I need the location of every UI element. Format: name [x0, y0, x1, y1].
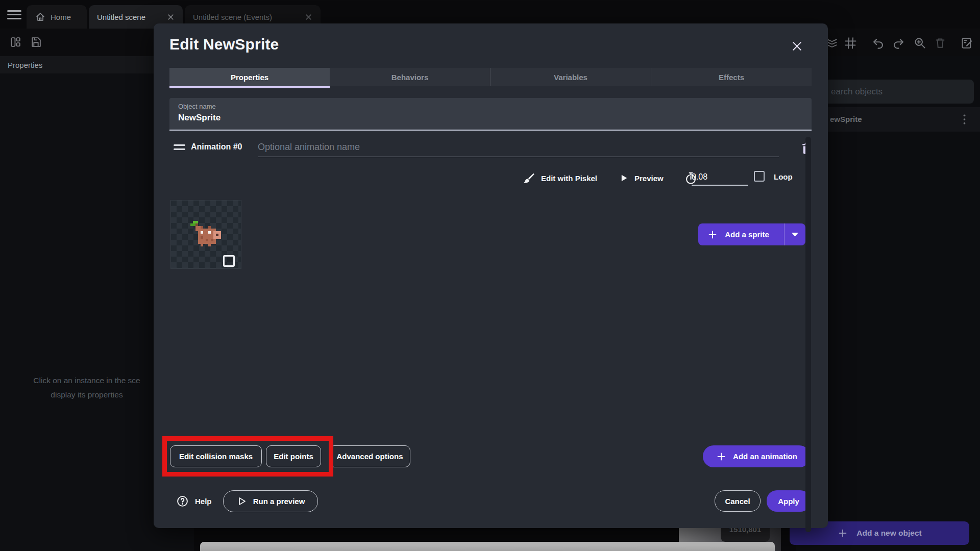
object-name-field[interactable]: Object name	[169, 98, 812, 131]
chevron-down-icon	[791, 232, 799, 237]
animation-label: Animation #0	[191, 142, 242, 152]
plus-icon	[707, 229, 718, 240]
edit-with-piskel-button[interactable]: Edit with Piskel	[522, 168, 597, 188]
object-name-label: ewSprite	[830, 115, 862, 123]
app-window: Home Untitled scene Untitled scene (Even…	[0, 0, 980, 551]
grid-icon[interactable]	[843, 36, 857, 50]
properties-panel-title: Properties	[8, 61, 42, 69]
tab-home[interactable]: Home	[27, 5, 87, 29]
run-preview-button[interactable]: Run a preview	[223, 490, 318, 512]
help-icon	[176, 495, 189, 508]
edit-collision-masks-button[interactable]: Edit collision masks	[170, 445, 262, 467]
home-icon	[35, 11, 46, 22]
close-tab-icon[interactable]	[305, 13, 312, 21]
preview-button[interactable]: Preview	[619, 168, 664, 188]
tab-untitled-scene-label: Untitled scene	[97, 13, 145, 21]
object-name-field-label: Object name	[178, 103, 803, 110]
loop-label: Loop	[774, 172, 793, 181]
edit-object-dialog: Edit NewSprite Properties Behaviors Vari…	[154, 23, 828, 528]
tab-behaviors[interactable]: Behaviors	[330, 68, 490, 86]
animation-row: Animation #0	[169, 138, 812, 160]
undo-icon[interactable]	[871, 36, 885, 50]
play-icon	[619, 173, 629, 183]
dialog-title: Edit NewSprite	[169, 36, 279, 53]
plus-icon	[716, 451, 727, 462]
add-sprite-button[interactable]: Add a sprite	[698, 223, 805, 245]
properties-empty-state: Click on an instance in the sce display …	[0, 373, 174, 402]
loop-checkbox[interactable]	[754, 171, 765, 182]
kebab-menu-icon[interactable]	[960, 114, 969, 125]
sprite-select-checkbox[interactable]	[223, 255, 235, 267]
help-button[interactable]: Help	[176, 490, 212, 512]
object-name-input[interactable]	[178, 113, 803, 123]
dialog-close-icon[interactable]	[789, 38, 805, 54]
apply-button[interactable]: Apply	[767, 490, 811, 512]
play-outline-icon	[236, 496, 247, 507]
plus-icon	[837, 528, 848, 539]
tab-properties[interactable]: Properties	[169, 68, 330, 86]
tab-untitled-scene-events-label: Untitled scene (Events)	[193, 13, 272, 21]
search-objects-input[interactable]	[813, 80, 974, 104]
drag-handle-icon[interactable]	[174, 144, 185, 153]
animation-name-input[interactable]	[258, 138, 779, 157]
cancel-button[interactable]: Cancel	[715, 490, 761, 512]
edit-scene-properties-icon[interactable]	[960, 36, 974, 50]
toggle-panels-icon[interactable]	[8, 35, 22, 49]
tab-variables[interactable]: Variables	[490, 68, 651, 86]
animation-controls-row: Edit with Piskel Preview Loop	[169, 168, 812, 189]
zoom-in-icon[interactable]	[913, 36, 927, 50]
redo-icon[interactable]	[891, 36, 905, 50]
dialog-scrollbar[interactable]	[805, 137, 811, 532]
scene-window-edge	[200, 542, 775, 551]
delete-icon[interactable]	[933, 36, 947, 50]
close-tab-icon[interactable]	[167, 13, 175, 21]
sprite-image	[190, 221, 224, 249]
advanced-options-button[interactable]: Advanced options	[329, 445, 410, 467]
brush-icon	[522, 171, 535, 185]
tab-effects[interactable]: Effects	[651, 68, 812, 86]
save-icon[interactable]	[29, 35, 43, 49]
add-sprite-main[interactable]: Add a sprite	[698, 223, 778, 245]
time-between-frames-input[interactable]	[692, 169, 748, 186]
add-sprite-dropdown[interactable]	[784, 223, 805, 245]
tab-home-label: Home	[51, 13, 71, 21]
main-menu-icon[interactable]	[7, 10, 21, 19]
edit-points-button[interactable]: Edit points	[266, 445, 321, 467]
dialog-tab-bar: Properties Behaviors Variables Effects	[169, 68, 812, 86]
sprite-thumbnail[interactable]	[170, 200, 241, 269]
add-animation-button[interactable]: Add an animation	[703, 445, 810, 467]
